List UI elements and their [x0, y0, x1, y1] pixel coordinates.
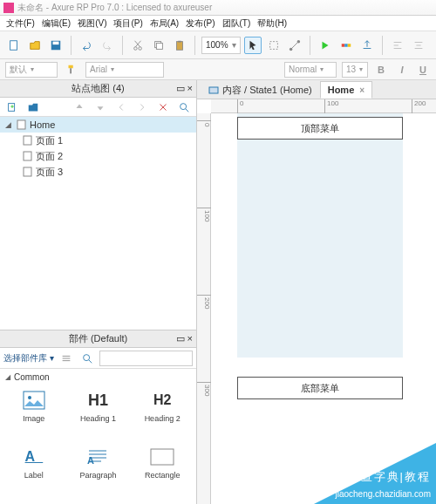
open-button[interactable]: [26, 37, 44, 54]
svg-rect-17: [9, 103, 15, 111]
bottom-menu-widget[interactable]: 底部菜单: [237, 377, 403, 399]
left-panel: 站点地图 (4) ▭× ◢ Home 页面 1: [0, 80, 197, 504]
undo-button[interactable]: [78, 37, 95, 54]
window-title: 未命名 - Axure RP Pro 7.0 : Licensed to axu…: [17, 2, 212, 14]
top-menu-widget[interactable]: 顶部菜单: [237, 117, 403, 140]
tab-home[interactable]: Home×: [320, 81, 372, 99]
panel-close-icon[interactable]: ×: [187, 83, 193, 94]
svg-point-10: [289, 47, 292, 51]
library-select[interactable]: 选择部件库 ▾: [3, 352, 54, 364]
widget-image[interactable]: Image: [3, 390, 65, 443]
outdent-button[interactable]: [112, 99, 130, 116]
library-menu-button[interactable]: [58, 350, 75, 367]
bold-button[interactable]: B: [373, 62, 389, 78]
format-painter-button[interactable]: [63, 61, 80, 78]
tab-state[interactable]: 内容 / State1 (Home): [201, 81, 320, 99]
move-down-button[interactable]: [92, 99, 109, 116]
svg-point-18: [181, 103, 187, 109]
svg-rect-28: [209, 87, 218, 93]
share-button[interactable]: [337, 37, 355, 54]
canvas-area: 内容 / State1 (Home) Home× 0 100 200 0 100…: [197, 80, 436, 504]
widget-category[interactable]: Common: [0, 369, 196, 385]
menu-layout[interactable]: 布局(A): [147, 17, 181, 30]
svg-point-23: [83, 354, 89, 360]
format-toolbar: 默认 Arial Normal 13 B I U: [0, 59, 436, 80]
indent-button[interactable]: [133, 99, 151, 116]
ruler-vertical: 0 100 200 300: [197, 113, 211, 504]
search-widgets-button[interactable]: [78, 350, 96, 367]
sitemap-toolbar: [0, 98, 196, 117]
svg-rect-0: [10, 40, 17, 50]
widget-heading2[interactable]: H2Heading 2: [132, 390, 193, 443]
tree-item[interactable]: 页面 1: [0, 133, 196, 148]
panel-menu-icon[interactable]: ▭: [176, 333, 185, 344]
redo-button[interactable]: [99, 37, 116, 54]
svg-rect-7: [177, 41, 183, 50]
app-icon: [3, 3, 14, 13]
weight-select[interactable]: Normal: [284, 62, 337, 78]
move-up-button[interactable]: [71, 99, 88, 116]
panel-close-icon[interactable]: ×: [187, 333, 193, 344]
paste-button[interactable]: [171, 37, 188, 54]
widgets-panel: 部件 (Default) ▭× 选择部件库 ▾ Common Image H1H…: [0, 330, 196, 504]
svg-rect-20: [24, 136, 31, 145]
widget-grid: Image H1Heading 1 H2Heading 2 A_Label AP…: [0, 385, 196, 504]
svg-rect-22: [24, 167, 31, 176]
widgets-header: 部件 (Default) ▭×: [0, 330, 196, 348]
save-button[interactable]: [47, 37, 65, 54]
preview-button[interactable]: [317, 37, 334, 54]
menu-help[interactable]: 帮助(H): [255, 17, 290, 30]
menu-file[interactable]: 文件(F): [3, 17, 37, 30]
copy-button[interactable]: [150, 37, 167, 54]
tree-item[interactable]: 页面 3: [0, 164, 196, 180]
menu-project[interactable]: 项目(P): [111, 17, 145, 30]
panel-menu-icon[interactable]: ▭: [176, 83, 185, 94]
svg-rect-6: [156, 43, 162, 49]
editor-tabs: 内容 / State1 (Home) Home×: [197, 80, 436, 99]
align-left-button[interactable]: [389, 37, 406, 54]
menu-edit[interactable]: 编辑(E): [39, 17, 73, 30]
add-page-button[interactable]: [3, 99, 21, 116]
tree-item-home[interactable]: ◢ Home: [0, 117, 196, 133]
pointer-tool[interactable]: [244, 37, 262, 54]
cut-button[interactable]: [129, 37, 146, 54]
widget-search-input[interactable]: [99, 351, 193, 366]
svg-point-25: [28, 396, 31, 399]
tree-item[interactable]: 页面 2: [0, 148, 196, 164]
collapse-icon[interactable]: ◢: [5, 120, 14, 129]
svg-rect-21: [24, 152, 31, 160]
tab-close-icon[interactable]: ×: [359, 85, 364, 95]
search-sitemap-button[interactable]: [175, 99, 193, 116]
main-toolbar: 100%▾: [0, 31, 436, 59]
title-bar: 未命名 - Axure RP Pro 7.0 : Licensed to axu…: [0, 0, 436, 16]
menu-view[interactable]: 视图(V): [75, 17, 109, 30]
zoom-select[interactable]: 100%▾: [201, 37, 241, 54]
italic-button[interactable]: I: [394, 62, 410, 78]
connect-tool[interactable]: [286, 37, 303, 54]
svg-point-11: [296, 39, 300, 43]
svg-rect-15: [69, 65, 73, 68]
widget-label[interactable]: A_Label: [3, 446, 65, 500]
widget-heading1[interactable]: H1Heading 1: [68, 390, 129, 443]
widget-rectangle[interactable]: Rectangle: [132, 446, 193, 500]
delete-page-button[interactable]: [154, 99, 172, 116]
style-select[interactable]: 默认: [5, 62, 58, 78]
sitemap-tree[interactable]: ◢ Home 页面 1 页面 2 页面 3: [0, 117, 196, 330]
ruler-horizontal: 0 100 200: [211, 99, 436, 113]
menu-bar: 文件(F) 编辑(E) 视图(V) 项目(P) 布局(A) 发布(P) 团队(T…: [0, 16, 436, 31]
select-tool[interactable]: [265, 37, 283, 54]
size-select[interactable]: 13: [342, 62, 368, 78]
menu-team[interactable]: 团队(T): [220, 17, 254, 30]
svg-rect-2: [53, 41, 59, 44]
align-center-button[interactable]: [410, 37, 427, 54]
svg-rect-13: [344, 44, 348, 47]
font-select[interactable]: Arial: [85, 62, 164, 78]
svg-rect-12: [341, 44, 344, 47]
add-folder-button[interactable]: [24, 99, 42, 116]
svg-rect-27: [151, 449, 174, 465]
new-button[interactable]: [5, 37, 23, 54]
widget-paragraph[interactable]: AParagraph: [68, 446, 129, 500]
menu-publish[interactable]: 发布(P): [183, 17, 217, 30]
underline-button[interactable]: U: [415, 62, 431, 78]
publish-button[interactable]: [358, 37, 376, 54]
